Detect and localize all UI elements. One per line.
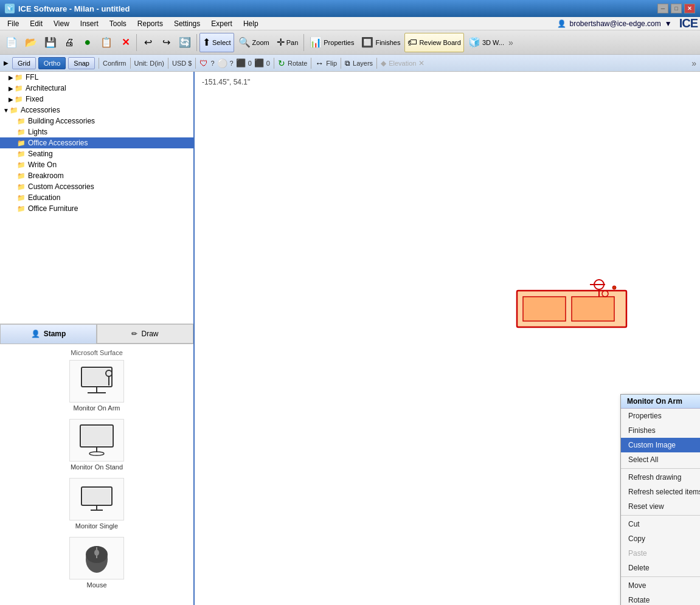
tree-item-custom-acc[interactable]: 📁 Custom Accessories xyxy=(0,181,193,192)
close-button[interactable]: ✕ xyxy=(684,4,695,13)
ortho-button[interactable]: Ortho xyxy=(38,57,66,69)
ctx-reset-view[interactable]: Reset view xyxy=(621,499,700,514)
open-button[interactable]: 📂 xyxy=(22,33,40,52)
tree-item-architectural[interactable]: ▶ 📁 Architectural xyxy=(0,83,193,94)
title-bar: 🧊 ICE Software - Milan - untitled ─ □ ✕ xyxy=(0,0,700,17)
elevation-close-icon: ✕ xyxy=(418,59,425,67)
properties-button[interactable]: 📊 Properties xyxy=(307,33,357,52)
user-info[interactable]: 👤 brobertshaw@ice-edge.com ▼ xyxy=(557,19,672,28)
ctx-move[interactable]: Move xyxy=(621,578,700,593)
tree-item-office-furn[interactable]: 📁 Office Furniture xyxy=(0,203,193,214)
snap-more-btn[interactable]: » xyxy=(691,58,696,68)
zoom-button[interactable]: 🔍 Zoom xyxy=(235,33,272,52)
catalog-item-monitor-arm[interactable]: Monitor On Arm xyxy=(5,360,189,412)
new-button[interactable]: 📄 xyxy=(2,33,21,52)
minimize-button[interactable]: ─ xyxy=(657,4,668,13)
grid-button[interactable]: Grid xyxy=(12,57,36,69)
select-button[interactable]: ⬆ Select xyxy=(199,33,234,52)
menu-settings[interactable]: Settings xyxy=(169,18,205,29)
tree-label-lights: Lights xyxy=(28,128,47,136)
draw-tab[interactable]: ✏ Draw xyxy=(97,324,193,344)
canvas-area[interactable]: -151.45", 54.1" Monitor On Arm Propertie… xyxy=(195,72,700,605)
tree-label-building-acc: Building Accessories xyxy=(28,117,95,125)
tree-item-accessories[interactable]: ▼ 📁 Accessories xyxy=(0,105,193,116)
maximize-button[interactable]: □ xyxy=(671,4,682,13)
save-button[interactable]: 💾 xyxy=(41,33,60,52)
ctx-refresh-selected[interactable]: Refresh selected items xyxy=(621,485,700,499)
window-title: ICE Software - Milan - untitled xyxy=(18,4,130,13)
print-icon: 🖨 xyxy=(64,37,74,48)
finishes-icon: 🔲 xyxy=(361,36,373,48)
expand-fixed[interactable]: ▶ xyxy=(7,95,15,103)
toolbar-more-btn[interactable]: » xyxy=(508,38,513,47)
stamp-tab[interactable]: 👤 Stamp xyxy=(0,324,97,344)
menu-help[interactable]: Help xyxy=(238,18,263,29)
expand-architectural[interactable]: ▶ xyxy=(7,85,15,92)
menu-file[interactable]: File xyxy=(2,18,24,29)
tree-item-write-on[interactable]: 📁 Write On xyxy=(0,159,193,170)
review-board-icon: 🏷 xyxy=(407,37,417,48)
menu-view[interactable]: View xyxy=(49,18,74,29)
expand-accessories[interactable]: ▼ xyxy=(2,106,10,114)
3d-label: 3D W... xyxy=(482,39,504,46)
undo-button[interactable]: ↩ xyxy=(139,33,156,52)
catalog-area[interactable]: Microsoft Surface Monitor On Arm xyxy=(0,344,193,606)
ctx-properties[interactable]: Properties xyxy=(621,409,700,423)
pan-button[interactable]: ✛ Pan xyxy=(274,33,302,52)
ctx-refresh-drawing[interactable]: Refresh drawing xyxy=(621,470,700,485)
tree-item-seating[interactable]: 📁 Seating xyxy=(0,148,193,159)
tree-label-ffl: FFL xyxy=(26,73,38,81)
tree-item-lights[interactable]: 📁 Lights xyxy=(0,126,193,137)
copy-tool-button[interactable]: 📋 xyxy=(97,33,116,52)
expand-ffl[interactable]: ▶ xyxy=(7,74,15,81)
zoom-label: Zoom xyxy=(252,39,269,46)
menu-edit[interactable]: Edit xyxy=(25,18,47,29)
tree-item-ffl[interactable]: ▶ 📁 FFL xyxy=(0,72,193,83)
catalog-item-monitor-single[interactable]: Monitor Single xyxy=(5,478,189,530)
user-dropdown-icon[interactable]: ▼ xyxy=(665,19,672,28)
tree-item-breakroom[interactable]: 📁 Breakroom xyxy=(0,170,193,181)
confirm-label: Confirm xyxy=(103,60,126,67)
ctx-rotate[interactable]: Rotate xyxy=(621,593,700,605)
refresh-button[interactable]: 🔄 xyxy=(176,33,194,52)
ctx-copy[interactable]: Copy xyxy=(621,531,700,546)
tree-item-education[interactable]: 📁 Education xyxy=(0,192,193,203)
snap-button[interactable]: Snap xyxy=(68,57,95,69)
flip-label: Flip xyxy=(326,60,337,67)
menu-reports[interactable]: Reports xyxy=(133,18,168,29)
toolbar: 📄 📂 💾 🖨 ● 📋 ✕ ↩ ↪ 🔄 ⬆ Select 🔍 Zoom ✛ Pa… xyxy=(0,30,700,55)
delete-button[interactable]: ✕ xyxy=(117,33,134,52)
catalog-item-monitor-stand[interactable]: Monitor On Stand xyxy=(5,419,189,471)
ctx-finishes[interactable]: Finishes xyxy=(621,423,700,438)
ctx-custom-image[interactable]: Custom Image xyxy=(621,438,700,452)
menu-insert[interactable]: Insert xyxy=(75,18,103,29)
redo-button[interactable]: ↪ xyxy=(158,33,175,52)
window-controls: ─ □ ✕ xyxy=(657,4,695,13)
menu-expert[interactable]: Expert xyxy=(206,18,237,29)
expand-icon[interactable]: ▶ xyxy=(4,60,9,66)
ctx-select-all[interactable]: Select All xyxy=(621,452,700,467)
catalog-item-mouse[interactable]: Mouse xyxy=(5,537,189,589)
tree-item-fixed[interactable]: ▶ 📁 Fixed xyxy=(0,94,193,105)
finishes-button[interactable]: 🔲 Finishes xyxy=(358,33,403,52)
tree-item-office-acc[interactable]: 📁 Office Accessories xyxy=(0,137,193,148)
snap-bar: ▶ Grid Ortho Snap Confirm Unit: D(in) US… xyxy=(0,55,700,72)
snap-sep-4 xyxy=(195,58,196,69)
toolbar-sep-1 xyxy=(136,34,137,51)
q1: ? xyxy=(210,60,214,67)
folder-icon-architectural: 📁 xyxy=(15,85,23,92)
tree-view[interactable]: ▶ 📁 FFL ▶ 📁 Architectural ▶ 📁 Fixed ▼ 📁 … xyxy=(0,72,193,324)
ctx-delete[interactable]: Delete xyxy=(621,561,700,575)
menu-tools[interactable]: Tools xyxy=(105,18,131,29)
folder-icon-accessories: 📁 xyxy=(10,106,18,114)
print-button[interactable]: 🖨 xyxy=(61,33,78,52)
svg-rect-20 xyxy=(572,297,614,321)
3d-icon: 🧊 xyxy=(468,36,480,48)
tree-item-building-acc[interactable]: 📁 Building Accessories xyxy=(0,116,193,126)
review-board-button[interactable]: 🏷 Review Board xyxy=(404,33,463,52)
green-button[interactable]: ● xyxy=(79,33,96,52)
3d-button[interactable]: 🧊 3D W... xyxy=(465,33,507,52)
ctx-cut[interactable]: Cut xyxy=(621,517,700,531)
ctx-paste: Paste xyxy=(621,546,700,561)
save-icon: 💾 xyxy=(44,36,57,48)
